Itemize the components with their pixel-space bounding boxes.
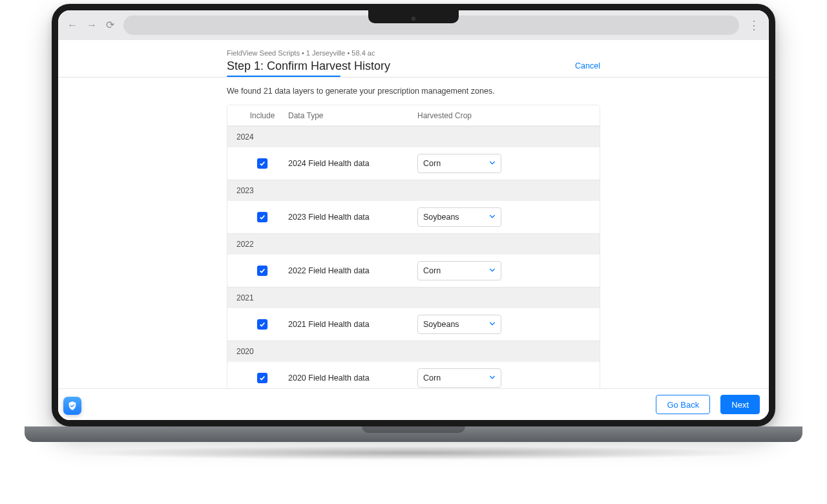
lead-text: We found 21 data layers to generate your… (227, 87, 600, 96)
table-row: 2022 Field Health dataCorn (227, 254, 600, 287)
harvested-crop-select[interactable]: Soybeans (417, 207, 501, 227)
camera-notch (368, 9, 459, 23)
year-group-header: 2024 (227, 126, 600, 147)
table-header-row: Include Data Type Harvested Crop (227, 105, 600, 126)
year-group-header: 2020 (227, 341, 600, 361)
page-header: FieldView Seed Scripts • 1 Jerseyville •… (58, 40, 769, 78)
back-icon[interactable]: ← (67, 20, 78, 30)
harvested-crop-select[interactable]: Soybeans (417, 315, 501, 334)
harvested-crop-select[interactable]: Corn (417, 154, 501, 173)
chevron-down-icon (489, 159, 496, 168)
active-step-underline (227, 76, 340, 77)
include-checkbox[interactable] (257, 212, 267, 222)
col-data-type: Data Type (288, 111, 417, 120)
wizard-footer: Go Back Next (58, 388, 769, 420)
app-viewport: FieldView Seed Scripts • 1 Jerseyville •… (58, 40, 769, 420)
col-include: Include (236, 111, 288, 120)
table-row: 2020 Field Health dataCorn (227, 361, 600, 388)
chevron-down-icon (489, 373, 496, 383)
harvested-crop-select[interactable]: Corn (417, 368, 501, 388)
include-checkbox[interactable] (257, 158, 267, 169)
shield-icon[interactable] (63, 397, 81, 415)
table-row: 2024 Field Health dataCorn (227, 147, 600, 180)
table-row: 2023 Field Health dataSoybeans (227, 200, 600, 233)
laptop-shadow (65, 446, 762, 460)
browser-menu-icon[interactable]: ⋮ (748, 18, 760, 32)
include-checkbox[interactable] (257, 319, 267, 330)
breadcrumb: FieldView Seed Scripts • 1 Jerseyville •… (227, 49, 600, 57)
next-button[interactable]: Next (720, 395, 760, 414)
data-type-label: 2024 Field Health data (288, 159, 417, 168)
page-title: Step 1: Confirm Harvest History (227, 59, 390, 73)
table-row: 2021 Field Health dataSoybeans (227, 308, 600, 341)
chevron-down-icon (489, 266, 496, 275)
cancel-link[interactable]: Cancel (575, 61, 600, 70)
data-type-label: 2021 Field Health data (288, 320, 417, 329)
harvested-crop-select[interactable]: Corn (417, 261, 501, 280)
year-group-header: 2022 (227, 233, 600, 254)
laptop-device-frame: ← → ⟳ ⋮ FieldView Seed Scripts • 1 Jerse… (52, 4, 775, 460)
include-checkbox[interactable] (257, 373, 267, 383)
year-group-header: 2021 (227, 287, 600, 308)
data-type-label: 2020 Field Health data (288, 373, 417, 383)
content-scroll[interactable]: We found 21 data layers to generate your… (58, 78, 769, 388)
data-type-label: 2023 Field Health data (288, 213, 417, 222)
col-harvested-crop: Harvested Crop (417, 111, 591, 120)
year-group-header: 2023 (227, 180, 600, 200)
browser-nav-arrows: ← → (67, 20, 97, 30)
laptop-screen: ← → ⟳ ⋮ FieldView Seed Scripts • 1 Jerse… (52, 4, 775, 426)
go-back-button[interactable]: Go Back (656, 395, 710, 414)
chevron-down-icon (489, 213, 496, 222)
laptop-base (25, 426, 802, 442)
data-type-label: 2022 Field Health data (288, 266, 417, 275)
include-checkbox[interactable] (257, 266, 267, 276)
reload-icon[interactable]: ⟳ (106, 20, 114, 30)
chevron-down-icon (489, 320, 496, 329)
harvest-history-table: Include Data Type Harvested Crop 2024202… (227, 105, 600, 388)
forward-icon[interactable]: → (87, 20, 97, 30)
